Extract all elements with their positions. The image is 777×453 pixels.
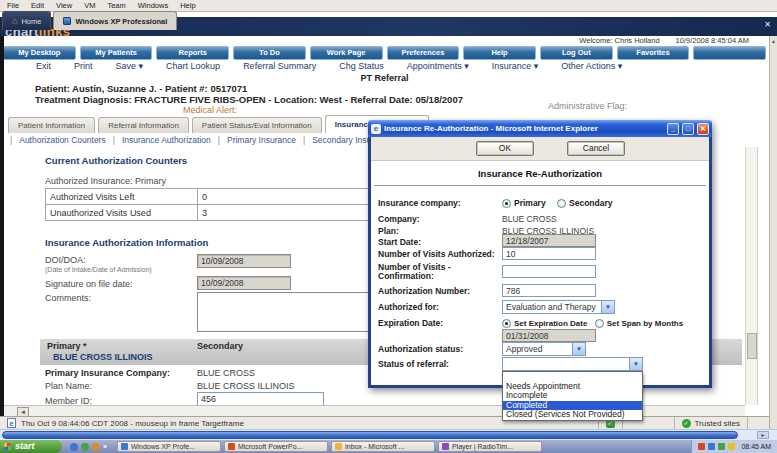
- dropdown-option-needs-appointment[interactable]: Needs Appointment: [503, 382, 642, 392]
- nav-help[interactable]: Help: [463, 46, 536, 60]
- scroll-right-icon[interactable]: ►: [757, 431, 769, 439]
- chevron-down-icon[interactable]: ▼: [629, 358, 642, 370]
- start-button[interactable]: start: [0, 440, 62, 453]
- menu-insurance[interactable]: Insurance ▾: [492, 61, 539, 73]
- menu-appointments[interactable]: Appointments ▾: [407, 61, 469, 73]
- visits-authorized-field[interactable]: [502, 247, 596, 260]
- scrollbar-thumb[interactable]: [2, 431, 738, 439]
- vertical-scrollbar[interactable]: [745, 147, 758, 405]
- subtab-authorization-counters[interactable]: Authorization Counters: [19, 134, 105, 146]
- doi-date-field[interactable]: [197, 254, 291, 268]
- more-icon[interactable]: »: [103, 443, 107, 450]
- taskbar: start » Windows XP Profe... Microsoft Po…: [0, 440, 777, 453]
- app-quicklaunch-icon[interactable]: [81, 443, 89, 451]
- nav-work-page[interactable]: Work Page: [310, 46, 383, 60]
- nav-favorites[interactable]: Favorites: [617, 46, 690, 60]
- subtab-primary-insurance[interactable]: Primary Insurance: [227, 134, 296, 146]
- chevron-down-icon[interactable]: ▼: [572, 343, 585, 355]
- radio-set-expiration-label[interactable]: Set Expiration Date: [514, 319, 587, 328]
- scroll-up-icon[interactable]: ▲: [770, 38, 777, 44]
- radio-set-expiration-date[interactable]: [502, 319, 511, 328]
- taskbar-item-powerpoint[interactable]: Microsoft PowerPo...: [224, 441, 328, 452]
- visits-confirmation-field[interactable]: [502, 265, 596, 278]
- nav-reports[interactable]: Reports: [156, 46, 229, 60]
- outer-scrollbar[interactable]: ▲ ▼: [769, 36, 777, 437]
- tab-patient-status-eval[interactable]: Patient Status/Eval Information: [192, 117, 322, 133]
- vm-menu-help[interactable]: Help: [180, 0, 195, 11]
- tab-patient-information[interactable]: Patient Information: [8, 117, 95, 133]
- signature-date-field[interactable]: [197, 276, 291, 290]
- radio-set-span-label[interactable]: Set Span by Months: [607, 319, 683, 328]
- nav-preferences[interactable]: Preferences: [387, 46, 460, 60]
- tray-icon[interactable]: [698, 443, 705, 450]
- close-icon[interactable]: ✕: [764, 21, 771, 29]
- dropdown-option-completed[interactable]: Completed: [503, 401, 642, 411]
- menu-print[interactable]: Print: [74, 61, 93, 73]
- authorized-for-value: Evaluation and Therapy: [506, 302, 596, 312]
- taskbar-item-player[interactable]: Player | RadioTim...: [438, 441, 542, 452]
- nav-to-do[interactable]: To Do: [233, 46, 306, 60]
- plan-label: Plan:: [378, 226, 399, 236]
- dropdown-option-incomplete[interactable]: Incomplete: [503, 391, 642, 401]
- menu-other-actions[interactable]: Other Actions ▾: [561, 61, 622, 73]
- vm-menu-vm[interactable]: VM: [84, 0, 95, 11]
- vm-tab-windows-xp[interactable]: Windows XP Professional: [53, 11, 177, 30]
- scrollbar-thumb[interactable]: [747, 333, 757, 359]
- vm-horizontal-scrollbar[interactable]: ►: [0, 429, 777, 440]
- tab-referral-information[interactable]: Referral Information: [98, 117, 189, 133]
- subtab-insurance-authorization[interactable]: Insurance Authorization: [122, 134, 211, 146]
- tray-icon[interactable]: [728, 443, 735, 450]
- start-date-field[interactable]: [502, 234, 596, 247]
- separator: |: [10, 134, 12, 146]
- status-of-referral-dropdown: Needs Appointment Incomplete Completed C…: [502, 371, 643, 421]
- media-quicklaunch-icon[interactable]: [92, 443, 100, 451]
- nav-my-patients[interactable]: My Patients: [80, 46, 153, 60]
- primary-plan-header: BLUE CROSS ILLINOIS: [53, 352, 153, 362]
- dropdown-option-blank[interactable]: [503, 372, 642, 382]
- maximize-icon[interactable]: □: [682, 123, 694, 135]
- authorization-number-field[interactable]: [502, 284, 596, 297]
- member-id-field[interactable]: [197, 392, 324, 406]
- vm-menu-edit[interactable]: Edit: [31, 0, 44, 11]
- close-icon[interactable]: ✕: [697, 123, 709, 135]
- status-of-referral-select[interactable]: ▼: [502, 357, 643, 371]
- datetime-text: 10/9/2008 8:45:04 AM: [676, 36, 749, 46]
- radio-primary[interactable]: [502, 199, 511, 208]
- radio-primary-label[interactable]: Primary: [514, 198, 546, 208]
- vm-menu-view[interactable]: View: [56, 0, 72, 11]
- minimize-icon[interactable]: _: [667, 123, 679, 135]
- tray-icon[interactable]: [718, 443, 725, 450]
- tray-icon[interactable]: [708, 443, 715, 450]
- taskbar-item-inbox[interactable]: Inbox - Microsoft ...: [331, 441, 435, 452]
- cancel-button[interactable]: Cancel: [567, 141, 625, 156]
- expiration-date-field[interactable]: [502, 329, 596, 342]
- nav-my-desktop[interactable]: My Desktop: [3, 46, 76, 60]
- vm-tab-home[interactable]: ⌂ Home: [2, 11, 51, 30]
- chevron-down-icon[interactable]: ▼: [601, 301, 614, 313]
- nav-log-out[interactable]: Log Out: [540, 46, 613, 60]
- visits-authorized-label: Number of Visits Authorized:: [378, 249, 495, 259]
- menu-exit[interactable]: Exit: [36, 61, 51, 73]
- radio-secondary[interactable]: [557, 199, 566, 208]
- menu-chart-lookup[interactable]: Chart Lookup: [166, 61, 220, 73]
- comments-field[interactable]: [197, 292, 369, 332]
- dropdown-option-closed[interactable]: Closed (Services Not Provided): [503, 410, 642, 420]
- authorization-status-select[interactable]: Approved ▼: [502, 342, 586, 356]
- dialog-titlebar[interactable]: e Insurance Re-Authorization - Microsoft…: [368, 120, 712, 137]
- ie-quicklaunch-icon[interactable]: [70, 443, 78, 451]
- taskbar-item-windows-xp[interactable]: Windows XP Profe...: [117, 441, 221, 452]
- nav-blank[interactable]: [693, 46, 766, 60]
- menu-save[interactable]: Save ▾: [116, 61, 144, 73]
- vm-menu-windows[interactable]: Windows: [138, 0, 168, 11]
- radio-set-span[interactable]: [595, 319, 604, 328]
- ok-button[interactable]: OK: [476, 141, 534, 156]
- vm-menu-team[interactable]: Team: [107, 0, 125, 11]
- menu-referral-summary[interactable]: Referral Summary: [243, 61, 316, 73]
- secondary-column-header: Secondary: [197, 341, 243, 351]
- page-icon: e: [7, 418, 16, 428]
- radio-secondary-label[interactable]: Secondary: [569, 198, 612, 208]
- menu-chg-status[interactable]: Chg Status: [339, 61, 384, 73]
- expiration-date-label: Expiration Date:: [378, 318, 443, 328]
- vm-menu-file[interactable]: File: [7, 0, 19, 11]
- authorized-for-select[interactable]: Evaluation and Therapy ▼: [502, 300, 615, 314]
